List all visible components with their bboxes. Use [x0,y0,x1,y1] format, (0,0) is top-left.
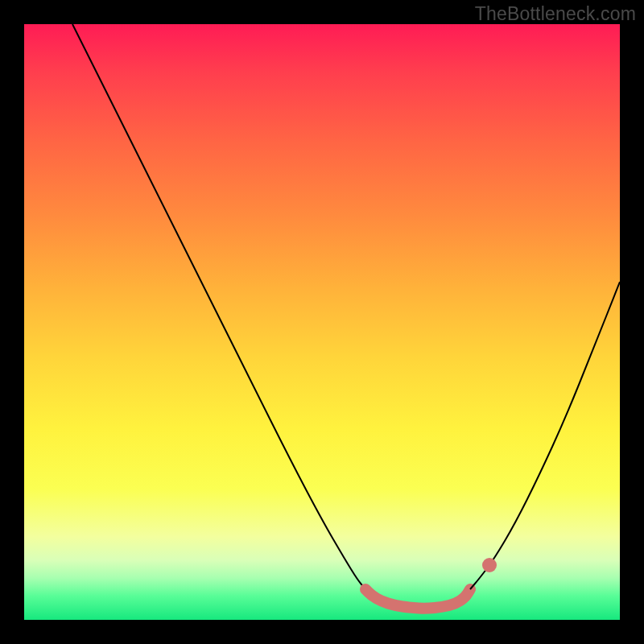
watermark-text: TheBottleneck.com [475,3,636,25]
plot-area [24,24,620,620]
curve-right-branch [470,282,620,589]
curve-left-branch [72,24,365,589]
curve-svg [24,24,620,620]
valley-highlight [365,589,470,609]
chart-frame: TheBottleneck.com [0,0,644,644]
right-dot-marker [482,558,497,572]
